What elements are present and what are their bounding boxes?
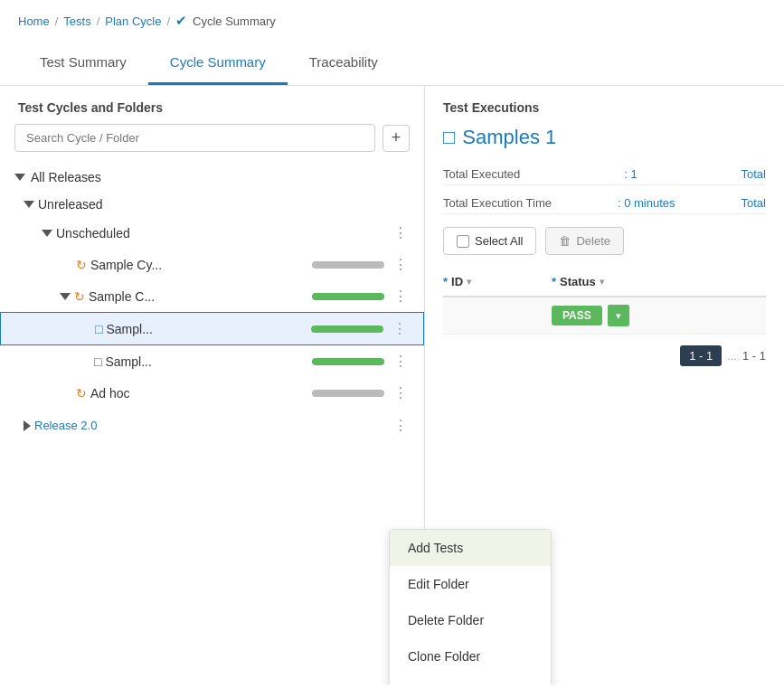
pass-badge: PASS [552,306,602,325]
menu-item-add-tests[interactable]: Add Tests [390,530,551,566]
folder-icon: □ [95,322,102,336]
sample-cy-bar [312,261,384,269]
stat-label-executed: Total Executed [443,167,520,181]
unscheduled-menu-icon[interactable]: ⋮ [388,222,413,243]
tree-item-unscheduled[interactable]: Unscheduled ⋮ [0,217,424,249]
sampl-2-label: Sampl... [105,354,151,369]
sample-cy-label: Sample Cy... [90,258,162,272]
unscheduled-label: Unscheduled [56,226,130,241]
tree-item-unreleased[interactable]: Unreleased [0,192,424,217]
folder-icon: □ [94,354,101,369]
tree-item-sampl-2[interactable]: □ Sampl... ⋮ [0,345,424,377]
tab-cycle-summary[interactable]: Cycle Summary [148,42,288,85]
stat-right-executed: Total [741,167,766,181]
sort-icon: ▾ [600,277,604,287]
breadcrumb-current: Cycle Summary [193,14,276,28]
sampl-2-menu-icon[interactable]: ⋮ [388,351,413,372]
tree-item-sampl-1[interactable]: □ Sampl... ⋮ [0,312,424,345]
chevron-down-icon [24,201,34,208]
release-2-label: Release 2.0 [34,419,97,432]
page-total: 1 - 1 [742,349,766,363]
page-current: 1 - 1 [680,345,722,366]
pass-chevron[interactable]: ▾ [608,305,629,326]
column-status[interactable]: * Status ▾ [552,275,678,288]
stat-value-time: : 0 minutes [618,196,675,210]
left-panel: Test Cycles and Folders + All Releases U… [0,86,425,684]
sampl-1-label: Sampl... [106,322,152,336]
sort-icon: ▾ [467,277,471,287]
tree-item-all-releases[interactable]: All Releases [0,163,424,192]
cycle-icon: ↻ [76,258,87,272]
release-2-menu-icon[interactable]: ⋮ [388,415,413,436]
sampl-2-bar [312,358,384,365]
search-bar: + [0,124,424,163]
sampl-1-bar [311,325,383,333]
folder-title-text: Samples 1 [462,126,556,149]
tree-item-sample-c[interactable]: ↻ Sample C... ⋮ [0,280,424,312]
tree-container: All Releases Unreleased Unscheduled ⋮ ↻ … [0,163,424,684]
page-nav-icon[interactable]: ... [727,349,737,363]
tree-item-ad-hoc[interactable]: ↻ Ad hoc ⋮ [0,377,424,409]
chevron-down-icon [14,174,25,181]
delete-label: Delete [576,234,610,248]
cycle-icon: ↻ [74,289,85,304]
ad-hoc-bar [312,390,384,397]
tabs-bar: Test Summary Cycle Summary Traceability [0,42,784,86]
sample-c-menu-icon[interactable]: ⋮ [388,286,413,307]
sample-c-label: Sample C... [89,289,155,304]
search-input[interactable] [14,124,375,152]
table-row: PASS ▾ [443,297,766,335]
all-releases-label: All Releases [31,170,101,184]
stat-value-executed: : 1 [624,167,637,181]
table-header: * ID ▾ * Status ▾ [443,268,766,297]
right-panel-header: Test Executions [443,100,766,115]
cell-status: PASS ▾ [552,305,678,326]
stat-label-time: Total Execution Time [443,196,552,210]
pagination: 1 - 1 ... 1 - 1 [443,345,766,366]
tree-item-release-2[interactable]: Release 2.0 ⋮ [0,409,424,442]
chevron-down-icon [42,230,52,237]
menu-item-edit-folder[interactable]: Edit Folder [390,566,551,602]
menu-item-delete-folder[interactable]: Delete Folder [390,602,551,638]
sample-cy-menu-icon[interactable]: ⋮ [388,254,413,275]
breadcrumb: Home / Tests / Plan Cycle / ✔ Cycle Summ… [0,0,784,42]
ad-hoc-label: Ad hoc [90,386,130,401]
add-folder-button[interactable]: + [383,125,410,152]
folder-title: □ Samples 1 [443,126,766,149]
select-all-label: Select All [475,234,523,248]
sample-c-bar [312,293,384,300]
breadcrumb-home[interactable]: Home [18,14,50,28]
chevron-down-icon [60,293,71,300]
sampl-1-menu-icon[interactable]: ⋮ [387,318,412,339]
column-id[interactable]: * ID ▾ [443,275,552,288]
ad-hoc-menu-icon[interactable]: ⋮ [388,382,413,403]
stats-row-time: Total Execution Time : 0 minutes Total [443,193,766,214]
check-icon: ✔ [175,13,187,29]
menu-item-export-folder[interactable]: Export Folder [390,674,551,684]
menu-item-clone-folder[interactable]: Clone Folder [390,638,551,674]
select-all-checkbox [457,235,469,248]
breadcrumb-plan-cycle[interactable]: Plan Cycle [105,14,161,28]
trash-icon: 🗑 [559,234,571,248]
main-content: Test Cycles and Folders + All Releases U… [0,86,784,684]
tab-test-summary[interactable]: Test Summary [18,42,148,85]
unreleased-label: Unreleased [38,197,103,212]
cycle-icon: ↻ [76,386,87,401]
chevron-right-icon [24,420,31,431]
select-all-button[interactable]: Select All [443,227,536,255]
tree-item-sample-cy[interactable]: ↻ Sample Cy... ⋮ [0,249,424,280]
left-panel-header: Test Cycles and Folders [0,86,424,124]
context-menu: Add Tests Edit Folder Delete Folder Clon… [389,529,552,684]
delete-button[interactable]: 🗑 Delete [545,227,624,255]
actions-bar: Select All 🗑 Delete [443,227,766,255]
tab-traceability[interactable]: Traceability [288,42,400,85]
stat-right-time: Total [741,196,766,210]
stats-row-executed: Total Executed : 1 Total [443,164,766,185]
breadcrumb-tests[interactable]: Tests [63,14,90,28]
folder-icon: □ [443,126,455,149]
